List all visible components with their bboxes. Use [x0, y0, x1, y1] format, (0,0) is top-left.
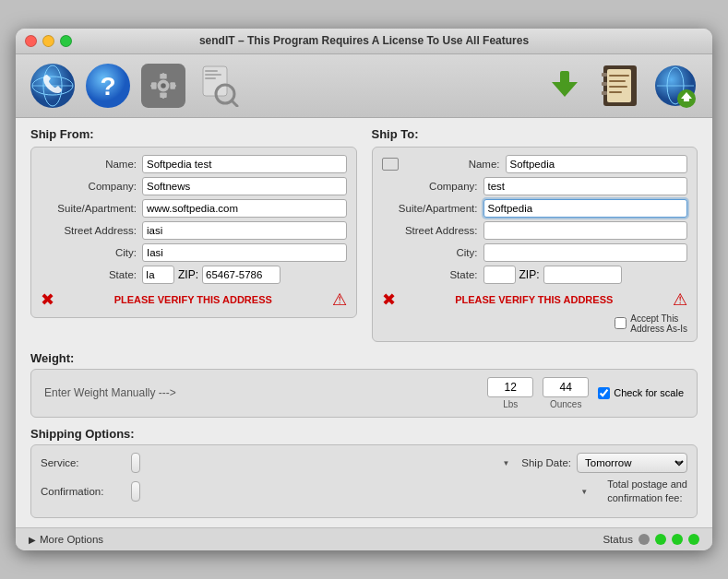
ship-to-label: Ship To:: [372, 127, 698, 141]
svg-rect-30: [609, 75, 629, 77]
to-zip-label: ZIP:: [519, 268, 540, 281]
to-street-label: Street Address:: [382, 225, 483, 236]
status-dot-3: [672, 534, 683, 545]
footer-bar: ▶ More Options Status: [16, 527, 712, 550]
from-name-label: Name:: [41, 159, 142, 170]
globe-upload-icon[interactable]: [651, 62, 699, 110]
ship-to-box: Name: Company: Suite/Apartment: Street A…: [372, 147, 698, 342]
to-suite-input[interactable]: [483, 199, 688, 218]
svg-rect-32: [609, 86, 627, 88]
oz-field: Ounces: [543, 377, 589, 409]
weight-label: Weight:: [30, 351, 698, 365]
accept-address-checkbox[interactable]: [615, 317, 627, 329]
service-label: Service:: [41, 457, 124, 468]
oz-unit: Ounces: [550, 399, 581, 409]
to-name-input[interactable]: [506, 155, 688, 173]
from-company-label: Company:: [41, 181, 142, 192]
weight-manual-label: Enter Weight Manually --->: [44, 386, 487, 399]
svg-rect-18: [205, 70, 218, 72]
from-name-input[interactable]: [142, 155, 347, 173]
check-scale-label: Check for scale: [614, 387, 684, 398]
to-company-input[interactable]: [483, 177, 688, 195]
svg-line-22: [232, 100, 237, 106]
download-icon[interactable]: [541, 62, 589, 110]
to-street-input[interactable]: [483, 221, 688, 240]
svg-rect-24: [560, 71, 569, 86]
check-scale-group: Check for scale: [598, 387, 684, 399]
lbs-field: Lbs: [487, 377, 533, 409]
to-state-input[interactable]: [483, 266, 516, 284]
ship-to-column: Ship To: Name: Company: Suite/Apartment:: [372, 127, 698, 342]
envelope-checkbox[interactable]: [382, 158, 399, 171]
status-label: Status: [603, 534, 633, 545]
maximize-button[interactable]: [60, 35, 72, 47]
globe-phone-icon[interactable]: [29, 62, 77, 110]
to-city-input[interactable]: [483, 243, 688, 262]
to-state-zip: ZIP:: [483, 266, 622, 284]
svg-rect-26: [602, 73, 607, 77]
svg-rect-28: [602, 91, 607, 95]
main-window: sendIT – This Program Requires A License…: [16, 29, 712, 551]
lbs-unit: Lbs: [503, 399, 518, 409]
svg-rect-39: [684, 97, 689, 101]
svg-rect-33: [609, 91, 622, 93]
confirmation-row: Confirmation: Total postage and confirma…: [41, 478, 687, 506]
accept-address-row: Accept This Address As-Is: [382, 313, 688, 334]
lbs-input[interactable]: [487, 377, 533, 397]
from-delete-icon[interactable]: ✖: [41, 290, 54, 310]
to-company-label: Company:: [382, 181, 483, 192]
minimize-button[interactable]: [42, 35, 54, 47]
weight-section: Weight: Enter Weight Manually ---> Lbs O…: [30, 351, 698, 418]
service-select-wrapper: [131, 453, 514, 473]
title-bar: sendIT – This Program Requires A License…: [16, 29, 712, 54]
help-icon[interactable]: ?: [84, 62, 132, 110]
accept-address-label: Accept This Address As-Is: [630, 313, 687, 334]
weight-inputs: Lbs Ounces Check for scale: [487, 377, 684, 409]
address-book-icon[interactable]: [596, 62, 644, 110]
address-columns: Ship From: Name: Company: Suite/Apartmen…: [30, 127, 698, 342]
to-verify-row: ✖ PLEASE VERIFY THIS ADDRESS ⚠: [382, 290, 688, 310]
to-delete-icon[interactable]: ✖: [382, 290, 396, 310]
search-doc-icon[interactable]: [195, 62, 243, 110]
confirmation-select[interactable]: [131, 481, 140, 502]
from-street-label: Street Address:: [41, 225, 142, 236]
to-warning-icon: ⚠: [673, 290, 687, 310]
ship-from-label: Ship From:: [30, 127, 357, 141]
confirmation-select-wrapper: [131, 481, 592, 502]
from-street-input[interactable]: [142, 221, 347, 240]
check-scale-checkbox[interactable]: [598, 387, 610, 399]
ship-date-select[interactable]: Tomorrow Today: [577, 453, 687, 473]
from-city-label: City:: [41, 247, 142, 258]
from-zip-input[interactable]: [202, 266, 280, 284]
status-area: Status: [603, 534, 699, 545]
to-zip-input[interactable]: [543, 266, 622, 284]
ship-date-wrapper: Tomorrow Today: [577, 453, 687, 473]
from-verify-row: ✖ PLEASE VERIFY THIS ADDRESS ⚠: [41, 290, 347, 310]
ship-date-label: Ship Date:: [521, 457, 571, 468]
to-verify-text: PLEASE VERIFY THIS ADDRESS: [401, 294, 668, 305]
from-suite-input[interactable]: [142, 199, 347, 218]
from-suite-label: Suite/Apartment:: [41, 203, 142, 214]
svg-text:?: ?: [100, 72, 115, 100]
from-warning-icon: ⚠: [332, 290, 347, 310]
weight-box: Enter Weight Manually ---> Lbs Ounces Ch…: [30, 369, 698, 418]
more-options-button[interactable]: ▶ More Options: [29, 534, 103, 545]
more-options-label: More Options: [40, 534, 103, 545]
svg-rect-19: [205, 74, 221, 76]
shipping-box: Service: Ship Date: Tomorrow Today: [30, 444, 698, 519]
from-city-input[interactable]: [142, 243, 347, 262]
ship-date-group: Ship Date: Tomorrow Today: [521, 453, 687, 473]
settings-icon[interactable]: [139, 62, 187, 110]
to-suite-label: Suite/Apartment:: [382, 203, 483, 214]
shipping-label: Shipping Options:: [30, 427, 698, 441]
svg-rect-20: [205, 77, 216, 79]
close-button[interactable]: [25, 35, 37, 47]
from-state-label: State:: [41, 269, 142, 280]
oz-input[interactable]: [543, 377, 589, 397]
service-select[interactable]: [131, 453, 140, 473]
from-state-input[interactable]: [142, 266, 174, 284]
from-company-input[interactable]: [142, 177, 347, 195]
from-verify-text: PLEASE VERIFY THIS ADDRESS: [60, 294, 327, 305]
ship-from-column: Ship From: Name: Company: Suite/Apartmen…: [30, 127, 357, 342]
svg-rect-27: [602, 82, 607, 86]
